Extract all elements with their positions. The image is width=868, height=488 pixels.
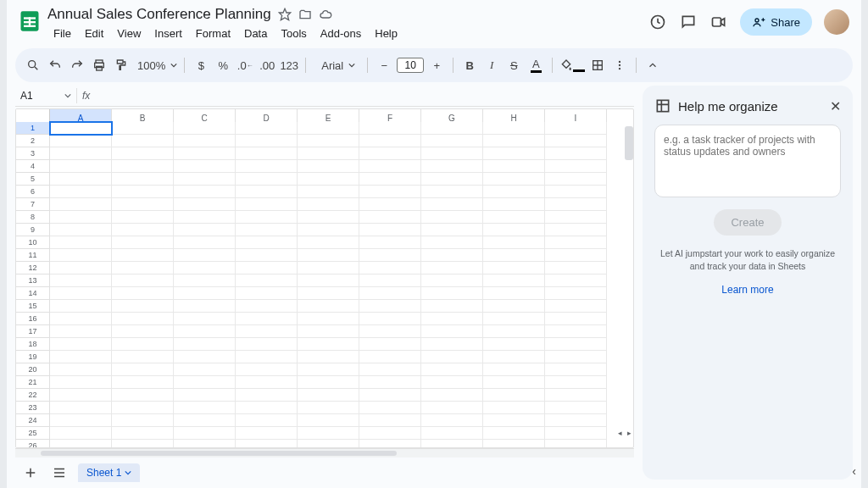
cell[interactable]	[236, 249, 298, 262]
cell[interactable]	[50, 262, 112, 274]
cell[interactable]	[112, 389, 174, 402]
close-panel-icon[interactable]: ✕	[830, 98, 841, 114]
cell[interactable]	[236, 211, 298, 224]
cell[interactable]	[174, 173, 236, 186]
cell[interactable]	[50, 173, 112, 186]
paint-format-icon[interactable]	[112, 55, 131, 75]
cell[interactable]	[50, 427, 112, 440]
cell[interactable]	[421, 236, 483, 249]
sheet-tab[interactable]: Sheet 1	[78, 463, 140, 482]
cell[interactable]	[112, 363, 174, 376]
cell[interactable]	[359, 160, 421, 173]
cell[interactable]	[50, 300, 112, 313]
cell[interactable]	[174, 414, 236, 427]
cell[interactable]	[545, 135, 607, 147]
cell[interactable]	[298, 363, 359, 376]
cell[interactable]	[545, 262, 607, 274]
learn-more-link[interactable]: Learn more	[654, 284, 841, 296]
cell[interactable]	[545, 173, 607, 186]
cell[interactable]	[236, 224, 298, 236]
cell[interactable]	[359, 262, 421, 274]
cell[interactable]	[421, 389, 483, 402]
row-header[interactable]: 4	[16, 160, 50, 173]
cell[interactable]	[236, 186, 298, 198]
cell[interactable]	[298, 300, 359, 313]
spreadsheet-grid[interactable]: ABCDEFGHI1234567891011121314151617181920…	[15, 108, 634, 448]
cell[interactable]	[545, 325, 607, 338]
cell[interactable]	[298, 313, 359, 325]
cell[interactable]	[483, 351, 545, 363]
row-header[interactable]: 17	[16, 325, 50, 338]
cell[interactable]	[236, 338, 298, 351]
menu-edit[interactable]: Edit	[79, 25, 109, 42]
cell[interactable]	[298, 338, 359, 351]
cell[interactable]	[421, 249, 483, 262]
row-header[interactable]: 11	[16, 249, 50, 262]
cell[interactable]	[298, 122, 359, 135]
cell[interactable]	[112, 325, 174, 338]
cell[interactable]	[483, 173, 545, 186]
cell[interactable]	[421, 363, 483, 376]
cell[interactable]	[359, 376, 421, 389]
cell[interactable]	[421, 198, 483, 211]
cell[interactable]	[421, 414, 483, 427]
cell[interactable]	[236, 274, 298, 287]
cell[interactable]	[545, 414, 607, 427]
cell[interactable]	[421, 262, 483, 274]
cell[interactable]	[545, 224, 607, 236]
cell[interactable]	[112, 440, 174, 448]
cell[interactable]	[421, 325, 483, 338]
cell[interactable]	[174, 338, 236, 351]
cell[interactable]	[359, 186, 421, 198]
cell[interactable]	[483, 376, 545, 389]
cell[interactable]	[50, 414, 112, 427]
cell[interactable]	[545, 427, 607, 440]
cell[interactable]	[359, 236, 421, 249]
cell[interactable]	[174, 363, 236, 376]
menu-add-ons[interactable]: Add-ons	[314, 25, 367, 42]
cell[interactable]	[298, 351, 359, 363]
cell[interactable]	[483, 186, 545, 198]
cell[interactable]	[545, 236, 607, 249]
cell[interactable]	[421, 313, 483, 325]
cell[interactable]	[236, 287, 298, 300]
increase-font-icon[interactable]: +	[427, 55, 446, 75]
row-header[interactable]: 16	[16, 313, 50, 325]
cell[interactable]	[483, 198, 545, 211]
cell[interactable]	[421, 338, 483, 351]
borders-button[interactable]	[588, 55, 607, 75]
cell[interactable]	[50, 236, 112, 249]
name-box[interactable]: A1	[15, 88, 77, 103]
cell[interactable]	[174, 300, 236, 313]
cell[interactable]	[174, 249, 236, 262]
row-header[interactable]: 25	[16, 427, 50, 440]
cell[interactable]	[421, 351, 483, 363]
italic-button[interactable]: I	[482, 55, 501, 75]
cell[interactable]	[174, 427, 236, 440]
all-sheets-button[interactable]	[49, 463, 70, 483]
cell[interactable]	[112, 287, 174, 300]
cell[interactable]	[545, 274, 607, 287]
cell[interactable]	[421, 147, 483, 160]
cell[interactable]	[545, 363, 607, 376]
cell[interactable]	[236, 376, 298, 389]
font-size-input[interactable]: 10	[397, 58, 424, 73]
cell[interactable]	[421, 440, 483, 448]
cell[interactable]	[545, 440, 607, 448]
menu-help[interactable]: Help	[369, 25, 403, 42]
cell[interactable]	[112, 173, 174, 186]
cell[interactable]	[545, 211, 607, 224]
cell[interactable]	[174, 351, 236, 363]
cell[interactable]	[483, 427, 545, 440]
cell[interactable]	[298, 160, 359, 173]
row-header[interactable]: 23	[16, 402, 50, 414]
row-header[interactable]: 7	[16, 198, 50, 211]
cell[interactable]	[174, 135, 236, 147]
cell[interactable]	[545, 300, 607, 313]
cell[interactable]	[236, 351, 298, 363]
row-header[interactable]: 21	[16, 376, 50, 389]
row-header[interactable]: 13	[16, 274, 50, 287]
cell[interactable]	[298, 236, 359, 249]
comment-icon[interactable]	[679, 13, 698, 31]
cell[interactable]	[112, 313, 174, 325]
